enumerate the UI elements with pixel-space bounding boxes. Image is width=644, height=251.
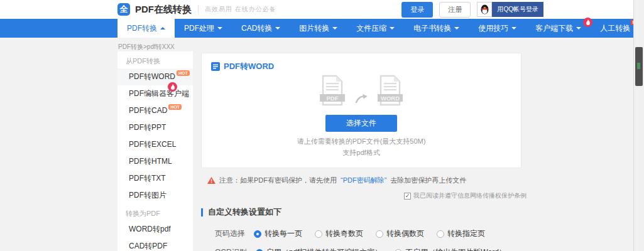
sidebar-item-label: PDF转图片 [129, 191, 166, 200]
option-label: 启用（pdf扫描件转为可编辑文字） [266, 247, 383, 251]
radio-selected-icon[interactable] [256, 249, 263, 251]
sidebar-item-word-to-pdf[interactable]: WORD转pdf [117, 221, 193, 238]
option-label: 转换奇数页 [325, 228, 363, 239]
settings-header: 自定义转换设置如下 [201, 206, 527, 218]
sidebar-item-pdf-to-excel[interactable]: PDF转EXCEL [117, 136, 193, 153]
sidebar-item-cad-to-pdf[interactable]: CAD转PDF [117, 238, 193, 251]
chevron-down-icon [332, 27, 337, 29]
main-content: PDF转WORD PDF [201, 53, 527, 251]
qq-login-label: 用QQ帐号登录 [492, 2, 543, 17]
sidebar-item-pdf-to-word[interactable]: PDF转WORDHOT [117, 68, 193, 85]
sidebar-item-pdf-to-cad[interactable]: PDF转CADHOT [117, 102, 193, 119]
option-convert-specified-pages[interactable]: 转换指定页 [437, 228, 485, 239]
sidebar-item-label: PDF转CAD [129, 106, 167, 115]
main-nav: PDF转换 PDF处理 CAD转换 图片转换 文件压缩 电子书转换 使用技巧 客… [0, 19, 633, 38]
nav-label: PDF转换 [127, 23, 157, 34]
sidebar-item-label: PDF转WORD [129, 72, 175, 81]
nav-item-image-convert[interactable]: 图片转换 [290, 19, 347, 38]
password-notice: 注意：如果PDF有密码保护，请先使用 “PDF密码解除” 去除加密保护再上传文件 [201, 176, 527, 185]
radio-icon[interactable] [395, 249, 402, 251]
chevron-down-icon [275, 27, 280, 29]
panel-title: PDF转WORD [224, 61, 274, 72]
nav-item-pdf-process[interactable]: PDF处理 [175, 19, 232, 38]
option-ocr-enable[interactable]: 启用（pdf扫描件转为可编辑文字） [256, 247, 383, 251]
radio-icon[interactable] [376, 230, 383, 238]
nav-item-file-compress[interactable]: 文件压缩 [347, 19, 404, 38]
nav-label: 图片转换 [299, 23, 329, 34]
nav-item-manual-convert[interactable]: 人工转换 HOT [591, 19, 640, 38]
pdf-file-label: PDF [327, 95, 339, 102]
option-label: 转换偶数页 [386, 228, 424, 239]
document-icon [211, 62, 220, 71]
sidebar-item-label: PDF编辑器客户端 [129, 89, 189, 98]
nav-item-cad-convert[interactable]: CAD转换 [232, 19, 290, 38]
sidebar-item-pdf-to-ppt[interactable]: PDF转PPT [117, 119, 193, 136]
radio-selected-icon[interactable] [254, 230, 261, 238]
page-select-row: 页码选择 转换每一页 转换奇数页 转换偶数页 转换指定页 [201, 228, 527, 239]
sidebar-item-label: PDF转EXCEL [129, 140, 176, 149]
sidebar-item-label: PDF转HTML [129, 157, 172, 166]
option-convert-even-pages[interactable]: 转换偶数页 [376, 228, 424, 239]
sidebar-item-pdf-to-html[interactable]: PDF转HTML [117, 153, 193, 170]
nav-label: 使用技巧 [478, 23, 508, 34]
nav-item-pdf-convert[interactable]: PDF转换 [117, 19, 175, 38]
option-ocr-disable[interactable]: 不启用（输出为图片版Word） [395, 247, 506, 251]
warning-icon [207, 177, 216, 184]
convert-arrow-icon [354, 87, 368, 106]
breadcrumb: PDF转换>pdf转XXX [118, 43, 175, 51]
register-button[interactable]: 注册 [439, 2, 471, 18]
page-select-label: 页码选择 [215, 228, 245, 239]
chevron-down-icon [576, 27, 581, 29]
agreement-row[interactable]: 我已阅读并遵守信息网络传播权保护条例 [201, 191, 527, 200]
sidebar-item-pdf-editor-client[interactable]: PDF编辑器客户端 [117, 85, 193, 102]
radio-icon[interactable] [315, 230, 322, 238]
hot-badge: HOT [168, 104, 182, 110]
sidebar-section-to-pdf: 转换为PDF [117, 204, 193, 221]
option-convert-odd-pages[interactable]: 转换奇数页 [315, 228, 363, 239]
vertical-scrollbar[interactable] [633, 0, 644, 251]
password-remove-link[interactable]: “PDF密码解除” [341, 176, 386, 185]
brand-title: PDF在线转换 [135, 4, 192, 16]
nav-item-client-download[interactable]: 客户端下载 [526, 19, 591, 38]
chevron-down-icon [511, 27, 516, 29]
header-divider [198, 5, 199, 14]
brand-logo-icon: 全 [117, 3, 130, 16]
chevron-down-icon [454, 27, 459, 29]
top-header: 全 PDF在线转换 高效易用 在线办公必备 登录 注册 用QQ帐号登录 [0, 0, 633, 19]
nav-label: CAD转换 [241, 23, 272, 34]
page-body: PDF转换>pdf转XXX 从PDF转换 PDF转WORDHOT PDF编辑器客… [0, 38, 644, 251]
nav-label: 客户端下载 [535, 23, 573, 34]
settings-title: 自定义转换设置如下 [208, 206, 281, 218]
format-hint: 支持pdf格式 [202, 148, 521, 158]
option-label: 转换每一页 [265, 228, 302, 239]
ocr-label: OCR识别 [215, 247, 247, 251]
agreement-checkbox[interactable] [404, 193, 411, 200]
sidebar-item-pdf-to-image[interactable]: PDF转图片 [117, 187, 193, 204]
header-actions: 登录 注册 用QQ帐号登录 [401, 2, 543, 18]
radio-icon[interactable] [437, 230, 444, 238]
scrollbar-thumb[interactable] [635, 47, 643, 86]
sidebar-item-pdf-to-txt[interactable]: PDF转TXT [117, 170, 193, 187]
sidebar-section-from-pdf: 从PDF转换 [117, 51, 193, 68]
nav-label: 文件压缩 [356, 23, 386, 34]
ocr-row: OCR识别 启用（pdf扫描件转为可编辑文字） 不启用（输出为图片版Word） [201, 247, 527, 251]
sidebar-menu: 从PDF转换 PDF转WORDHOT PDF编辑器客户端 PDF转CADHOT … [117, 51, 193, 251]
word-file-icon: WORD [376, 75, 405, 106]
chevron-down-icon [390, 27, 395, 29]
conversion-illustration: PDF WORD [202, 75, 521, 106]
brand-slogan: 高效易用 在线办公必备 [205, 5, 276, 14]
choose-file-button[interactable]: 选择文件 [325, 115, 397, 132]
qq-penguin-icon [477, 2, 492, 17]
sidebar-item-label: WORD转pdf [129, 225, 171, 233]
agreement-label: 我已阅读并遵守信息网络传播权保护条例 [413, 191, 527, 200]
nav-item-ebook-convert[interactable]: 电子书转换 [404, 19, 469, 38]
nav-item-tips[interactable]: 使用技巧 [469, 19, 526, 38]
sidebar-item-label: CAD转PDF [129, 242, 167, 250]
nav-label: 人工转换 [600, 23, 630, 34]
sidebar-item-label: PDF转PPT [129, 123, 166, 132]
qq-login-button[interactable]: 用QQ帐号登录 [477, 2, 543, 17]
notice-text: 去除加密保护再上传文件 [390, 176, 466, 185]
login-button[interactable]: 登录 [401, 2, 433, 18]
option-label: 不启用（输出为图片版Word） [405, 247, 506, 251]
option-convert-every-page[interactable]: 转换每一页 [254, 228, 302, 239]
